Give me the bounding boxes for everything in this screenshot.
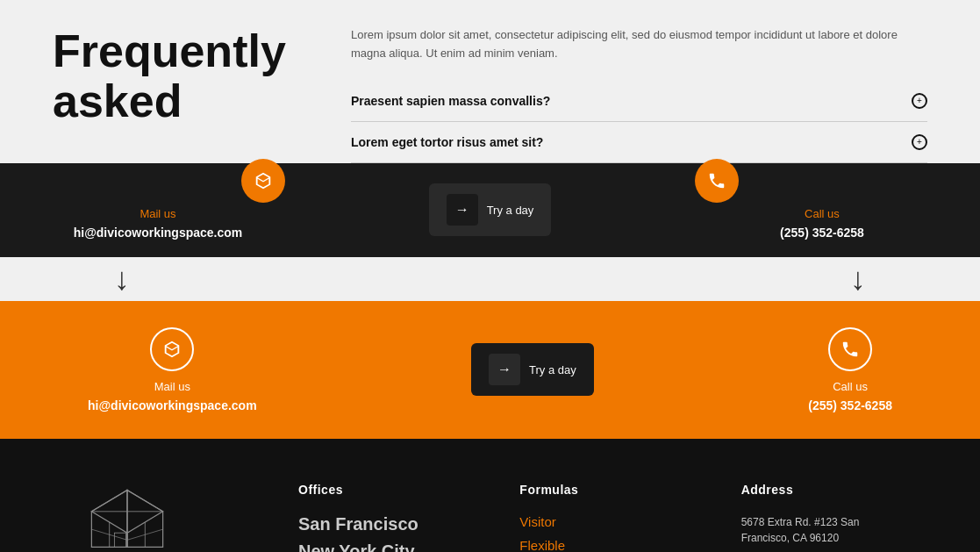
faq-title: Frequently asked (53, 18, 316, 163)
mail-label-orange: Mail us (154, 380, 190, 393)
logo-icon (70, 483, 184, 552)
formula-visitor[interactable]: Visitor (519, 514, 688, 529)
call-icon-circle-dark (695, 159, 739, 203)
arrow-icon-dark: → (447, 194, 478, 226)
office-new-york[interactable]: New York City (298, 541, 467, 552)
faq-toggle-2[interactable]: + (912, 134, 927, 150)
mail-icon-circle-orange (150, 327, 194, 371)
footer-main: Offices San Francisco New York City Lond… (70, 483, 910, 552)
try-day-text-dark: Try a day (487, 204, 534, 217)
faq-section: Frequently asked Lorem ipsum dolor sit a… (0, 0, 980, 163)
arrow-divider: ↓ ↓ (0, 257, 980, 301)
faq-item-2[interactable]: Lorem eget tortor risus amet sit? + (351, 122, 927, 163)
mail-value-dark: hi@divicoworkingspace.com (74, 226, 243, 240)
call-value-orange: (255) 352-6258 (808, 398, 892, 412)
contact-bar-orange: Mail us hi@divicoworkingspace.com → Try … (0, 301, 980, 439)
arrow-icon-orange: → (489, 354, 520, 385)
mail-contact-orange: Mail us hi@divicoworkingspace.com (88, 327, 257, 412)
left-arrow: ↓ (114, 263, 130, 295)
address-title: Address (741, 483, 910, 497)
right-arrow: ↓ (850, 263, 866, 295)
svg-rect-6 (114, 533, 125, 547)
faq-title-line2: asked (53, 75, 182, 126)
offices-title: Offices (298, 483, 467, 497)
try-day-button-orange[interactable]: → Try a day (471, 343, 594, 396)
faq-item-1-text: Praesent sapien massa convallis? (351, 94, 550, 108)
footer-formulas-col: Formulas Visitor Flexible Office (519, 483, 688, 552)
call-contact-dark: Call us (255) 352-6258 (780, 181, 864, 240)
call-contact-orange: Call us (255) 352-6258 (808, 327, 892, 412)
mail-label-dark: Mail us (139, 207, 175, 220)
call-value-dark: (255) 352-6258 (780, 226, 864, 240)
formulas-title: Formulas (519, 483, 688, 497)
contact-bar-dark: Mail us hi@divicoworkingspace.com → Try … (0, 163, 980, 257)
mail-value-orange: hi@divicoworkingspace.com (88, 398, 257, 412)
call-label-orange: Call us (833, 380, 868, 393)
faq-content: Lorem ipsum dolor sit amet, consectetur … (316, 18, 927, 163)
call-icon-circle-orange (828, 327, 872, 371)
faq-toggle-1[interactable]: + (912, 93, 927, 109)
footer-address-col: Address 5678 Extra Rd. #123 San Francisc… (741, 483, 910, 552)
mail-icon-circle-dark (241, 159, 285, 203)
try-day-button-dark[interactable]: → Try a day (429, 183, 552, 236)
footer-offices-col: Offices San Francisco New York City Lond… (298, 483, 467, 552)
faq-item-1[interactable]: Praesent sapien massa convallis? + (351, 81, 927, 122)
faq-item-2-text: Lorem eget tortor risus amet sit? (351, 135, 543, 149)
address-value: 5678 Extra Rd. #123 San Francisco, CA 96… (741, 514, 910, 546)
mail-contact-dark: Mail us hi@divicoworkingspace.com (88, 181, 228, 240)
call-label-dark: Call us (805, 207, 840, 220)
footer: Offices San Francisco New York City Lond… (0, 439, 980, 552)
office-san-francisco[interactable]: San Francisco (298, 514, 467, 534)
faq-title-line1: Frequently (53, 25, 286, 76)
formula-flexible[interactable]: Flexible (519, 538, 688, 552)
faq-description: Lorem ipsum dolor sit amet, consectetur … (351, 26, 927, 63)
footer-logo-area (70, 483, 246, 552)
try-day-text-orange: Try a day (529, 363, 576, 376)
